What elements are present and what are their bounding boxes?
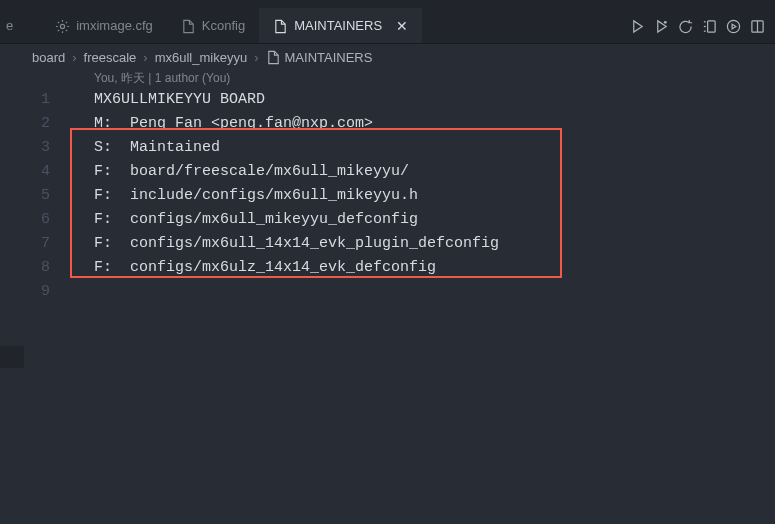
run-icon[interactable] bbox=[630, 17, 645, 35]
svg-point-1 bbox=[664, 21, 667, 24]
editor[interactable]: 1 2 3 4 5 6 7 8 9 MX6ULLMIKEYYU BOARD M:… bbox=[0, 88, 775, 304]
code-line: F: configs/mx6ulz_14x14_evk_defconfig bbox=[94, 256, 499, 280]
gear-icon bbox=[55, 17, 70, 33]
tab-partial[interactable]: e bbox=[0, 8, 41, 43]
code-line: F: configs/mx6ull_14x14_evk_plugin_defco… bbox=[94, 232, 499, 256]
file-icon bbox=[273, 17, 288, 33]
execute-icon[interactable] bbox=[726, 17, 741, 35]
chevron-right-icon: › bbox=[72, 50, 76, 65]
tab-label: e bbox=[6, 18, 13, 33]
line-number-gutter: 1 2 3 4 5 6 7 8 9 bbox=[0, 88, 72, 304]
code-line: F: configs/mx6ull_mikeyyu_defconfig bbox=[94, 208, 499, 232]
breadcrumb-item[interactable]: freescale bbox=[84, 50, 137, 65]
close-icon[interactable]: ✕ bbox=[396, 18, 408, 34]
code-line: F: include/configs/mx6ull_mikeyyu.h bbox=[94, 184, 499, 208]
code-line: F: board/freescale/mx6ull_mikeyyu/ bbox=[94, 160, 499, 184]
chevron-right-icon: › bbox=[143, 50, 147, 65]
line-number: 5 bbox=[0, 184, 50, 208]
svg-rect-2 bbox=[708, 21, 716, 32]
tab-label: imximage.cfg bbox=[76, 18, 153, 33]
breadcrumb[interactable]: board › freescale › mx6ull_mikeyyu › MAI… bbox=[0, 44, 775, 70]
sidebar-sliver bbox=[0, 346, 24, 368]
tab-imximage[interactable]: imximage.cfg bbox=[41, 8, 167, 43]
tab-label: Kconfig bbox=[202, 18, 245, 33]
debug-icon[interactable] bbox=[654, 17, 669, 35]
line-number: 2 bbox=[0, 112, 50, 136]
line-number: 8 bbox=[0, 256, 50, 280]
svg-point-6 bbox=[727, 20, 739, 32]
line-number: 6 bbox=[0, 208, 50, 232]
breadcrumb-item[interactable]: mx6ull_mikeyyu bbox=[155, 50, 247, 65]
file-icon bbox=[181, 17, 196, 33]
split-editor-icon[interactable] bbox=[750, 17, 765, 35]
undo-icon[interactable] bbox=[678, 17, 693, 35]
line-number: 7 bbox=[0, 232, 50, 256]
breadcrumb-item[interactable]: board bbox=[32, 50, 65, 65]
breadcrumb-item[interactable]: MAINTAINERS bbox=[285, 50, 373, 65]
code-line: M: Peng Fan <peng.fan@nxp.com> bbox=[94, 112, 499, 136]
code-content[interactable]: MX6ULLMIKEYYU BOARD M: Peng Fan <peng.fa… bbox=[72, 88, 499, 304]
code-line: S: Maintained bbox=[94, 136, 499, 160]
line-number: 4 bbox=[0, 160, 50, 184]
editor-actions bbox=[630, 17, 775, 35]
split-right-icon[interactable] bbox=[702, 17, 717, 35]
line-number: 3 bbox=[0, 136, 50, 160]
code-line: MX6ULLMIKEYYU BOARD bbox=[94, 88, 499, 112]
line-number: 9 bbox=[0, 280, 50, 304]
tab-kconfig[interactable]: Kconfig bbox=[167, 8, 259, 43]
codelens-annotation[interactable]: You, 昨天 | 1 author (You) bbox=[0, 70, 775, 88]
svg-point-0 bbox=[61, 24, 65, 28]
tab-bar: e imximage.cfg Kconfig MAINTAINERS ✕ bbox=[0, 8, 775, 44]
line-number: 1 bbox=[0, 88, 50, 112]
tab-label: MAINTAINERS bbox=[294, 18, 382, 33]
chevron-right-icon: › bbox=[254, 50, 258, 65]
file-icon bbox=[266, 49, 281, 65]
code-line bbox=[94, 280, 499, 304]
tab-maintainers[interactable]: MAINTAINERS ✕ bbox=[259, 8, 422, 43]
